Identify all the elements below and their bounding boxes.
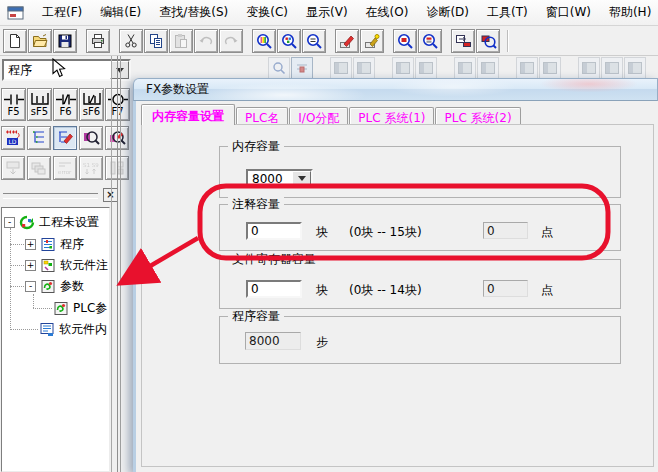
zoom-monitor-icon bbox=[397, 33, 414, 50]
program-monitor-button[interactable] bbox=[476, 29, 500, 53]
menu-convert[interactable]: 变换(C) bbox=[237, 1, 297, 24]
app-window-icon[interactable] bbox=[7, 6, 25, 20]
dock-panel-grip[interactable] bbox=[3, 193, 98, 199]
ladder-edit-mode-button[interactable] bbox=[53, 126, 77, 150]
new-document-icon bbox=[7, 33, 23, 49]
collapse-expander[interactable]: - bbox=[25, 281, 36, 292]
tab-plc-system-2[interactable]: PLC 系统(2) bbox=[435, 107, 520, 125]
memory-capacity-combo[interactable]: 8000 bbox=[246, 169, 313, 188]
find-results-button[interactable] bbox=[277, 29, 301, 53]
combo-dropdown-button[interactable] bbox=[292, 171, 311, 186]
open-contact-f5-button[interactable]: F5 bbox=[1, 88, 26, 121]
toolbar2-button[interactable] bbox=[516, 57, 538, 79]
expand-expander[interactable]: + bbox=[25, 260, 36, 271]
monitor-find-button[interactable] bbox=[79, 126, 103, 150]
screen-transfer-button bbox=[1, 156, 25, 180]
dialog-titlebar[interactable]: FX参数设置 bbox=[133, 78, 658, 101]
fkey-label: sF5 bbox=[31, 107, 48, 117]
menu-window[interactable]: 窗口(W) bbox=[537, 1, 600, 24]
toolbar2-button[interactable] bbox=[415, 57, 437, 79]
redo-icon bbox=[223, 33, 239, 49]
tree-item-parameter[interactable]: - 参数 bbox=[2, 276, 110, 296]
project-tree-panel: - 工程未设置 + 程序 + bbox=[1, 207, 110, 472]
print-button[interactable] bbox=[86, 29, 110, 53]
open-project-button[interactable] bbox=[28, 29, 52, 53]
find-device-button[interactable] bbox=[252, 29, 276, 53]
ladder-edit-mode-icon bbox=[56, 129, 74, 147]
menu-tools[interactable]: 工具(T) bbox=[478, 1, 537, 24]
toolbar2-button[interactable] bbox=[578, 57, 600, 79]
tree-item-project-root[interactable]: - 工程未设置 bbox=[2, 212, 110, 232]
menu-edit[interactable]: 编辑(E) bbox=[91, 1, 150, 24]
menu-bar: 工程(F) 编辑(E) 查找/替换(S) 变换(C) 显示(V) 在线(O) 诊… bbox=[0, 0, 658, 26]
collapse-expander[interactable]: - bbox=[4, 217, 15, 228]
blocks-range-label: (0块 -- 14块) bbox=[349, 282, 422, 299]
menu-find-replace[interactable]: 查找/替换(S) bbox=[150, 1, 237, 24]
parallel-open-contact-icon bbox=[30, 93, 50, 106]
parallel-closed-contact-icon bbox=[82, 93, 102, 106]
memory-capacity-group: 内存容量 8000 bbox=[219, 146, 621, 198]
menu-online[interactable]: 在线(O) bbox=[357, 1, 418, 24]
zoom-test-button[interactable] bbox=[418, 29, 442, 53]
ladder-write-button[interactable] bbox=[335, 29, 359, 53]
ladder-write-icon bbox=[339, 33, 356, 50]
file-register-blocks-input[interactable] bbox=[246, 280, 302, 298]
toolbar2-button[interactable] bbox=[601, 57, 623, 79]
svg-text:LD: LD bbox=[9, 138, 17, 145]
parallel-open-contact-sf5-button[interactable]: sF5 bbox=[27, 88, 52, 121]
save-icon bbox=[57, 33, 73, 49]
save-project-button[interactable] bbox=[53, 29, 77, 53]
transfer-setup-button[interactable] bbox=[451, 29, 475, 53]
toolbar2-button[interactable] bbox=[539, 57, 561, 79]
paste-button bbox=[169, 29, 193, 53]
transfer-setup-icon bbox=[455, 33, 472, 50]
toolbar2-button[interactable] bbox=[268, 57, 290, 79]
fkey-label: F5 bbox=[7, 107, 19, 117]
step-run-icon: S1 S9 bbox=[82, 159, 100, 177]
cut-button[interactable] bbox=[119, 29, 143, 53]
panel-splitter[interactable] bbox=[111, 56, 112, 472]
toolbar2-button[interactable] bbox=[477, 57, 499, 79]
tab-io-assignment[interactable]: I/O分配 bbox=[289, 107, 348, 125]
fx-parameter-dialog: FX参数设置 内存容量设置 PLC名 I/O分配 PLC 系统(1) PLC 系… bbox=[133, 78, 658, 472]
tab-plc-name[interactable]: PLC名 bbox=[236, 107, 288, 125]
tree-item-device-memory[interactable]: 软元件内 bbox=[2, 319, 110, 339]
tree-item-program[interactable]: + 程序 bbox=[2, 234, 110, 254]
tree-item-device-comment[interactable]: + 软元件注 bbox=[2, 255, 110, 275]
open-folder-icon bbox=[32, 33, 48, 49]
copy-button[interactable] bbox=[144, 29, 168, 53]
instruction-list-mode-button[interactable] bbox=[27, 126, 51, 150]
closed-contact-f6-button[interactable]: F6 bbox=[53, 88, 78, 121]
program-capacity-group: 程序容量 8000 步 bbox=[219, 316, 621, 364]
new-document-button[interactable] bbox=[3, 29, 27, 53]
group-title: 程序容量 bbox=[228, 309, 284, 323]
toolbar2-button[interactable] bbox=[330, 57, 352, 79]
undo-icon bbox=[198, 33, 214, 49]
menu-help[interactable]: 帮助(H) bbox=[600, 1, 658, 24]
menu-diagnostics[interactable]: 诊断(D) bbox=[417, 1, 478, 24]
expand-expander[interactable]: + bbox=[25, 239, 36, 250]
cascade-blocks-button bbox=[27, 156, 51, 180]
parallel-closed-contact-sf6-button[interactable]: sF6 bbox=[79, 88, 104, 121]
memory-capacity-tabpanel: 内存容量 8000 注释容量 块 (0块 -- 15块) 0 点 文件寄存器容量 bbox=[141, 124, 654, 467]
ladder-insert-icon bbox=[364, 33, 381, 50]
toolbar2-button[interactable] bbox=[392, 57, 414, 79]
tree-item-plc-parameter[interactable]: PLC参 bbox=[2, 298, 110, 318]
closed-contact-icon bbox=[56, 93, 76, 106]
zoom-test-icon bbox=[422, 33, 439, 50]
instruction-list-icon bbox=[30, 129, 48, 147]
toolbar2-button[interactable] bbox=[624, 57, 646, 79]
comment-blocks-input[interactable] bbox=[246, 222, 302, 240]
tab-plc-system-1[interactable]: PLC 系统(1) bbox=[349, 107, 434, 125]
find-instruction-button[interactable] bbox=[302, 29, 326, 53]
zoom-monitor-button[interactable] bbox=[393, 29, 417, 53]
toolbar2-button[interactable] bbox=[291, 57, 313, 79]
toolbar2-button[interactable] bbox=[353, 57, 375, 79]
ladder-insert-button[interactable] bbox=[360, 29, 384, 53]
menu-project[interactable]: 工程(F) bbox=[33, 1, 91, 24]
toolbar2-button[interactable] bbox=[454, 57, 476, 79]
menu-view[interactable]: 显示(V) bbox=[297, 1, 357, 24]
ladder-mode-button[interactable]: LD bbox=[1, 126, 25, 150]
device-comment-icon bbox=[40, 258, 56, 273]
tab-memory-capacity[interactable]: 内存容量设置 bbox=[141, 104, 235, 125]
